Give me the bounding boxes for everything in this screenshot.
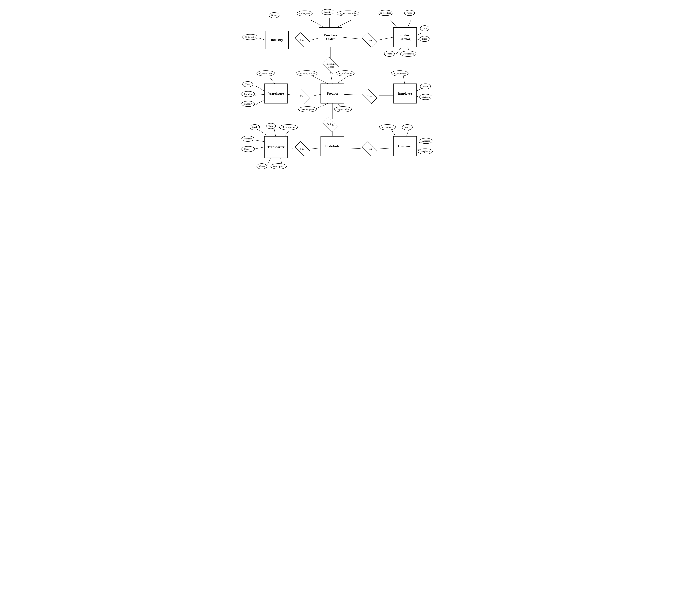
attr-trans-desc: Description xyxy=(271,163,287,169)
relationship-incoming-goods-label: Incoming Goods xyxy=(327,62,335,68)
entity-customer-label: Customer xyxy=(398,144,412,148)
svg-line-22 xyxy=(311,95,321,96)
entity-industry: Industry xyxy=(265,31,289,49)
svg-line-30 xyxy=(417,88,422,91)
svg-line-42 xyxy=(311,148,321,149)
svg-line-6 xyxy=(337,20,351,27)
attr-wh-capacity: Capacity xyxy=(242,101,255,107)
attr-wh-name: Name xyxy=(243,81,253,87)
entity-transporter: Transporter xyxy=(264,136,288,158)
relationship-incoming-goods: Incoming Goods xyxy=(321,59,341,72)
entity-product-catalog-label: Product Catalog xyxy=(399,33,411,41)
svg-line-39 xyxy=(268,158,271,165)
svg-line-18 xyxy=(256,86,264,91)
svg-line-20 xyxy=(255,100,264,105)
attr-trans-capacity: Capacity xyxy=(242,146,255,152)
relationship-has2-label: Has xyxy=(368,38,372,42)
entity-warehouse-label: Warehouse xyxy=(268,92,284,96)
entity-employee: Employee xyxy=(393,83,417,104)
relationship-has4-label: Has xyxy=(368,95,372,98)
entity-product-label: Product xyxy=(327,92,338,96)
svg-line-24 xyxy=(337,76,348,83)
attr-pc-id: Id_product xyxy=(378,10,393,16)
attr-emp-name: Name xyxy=(420,83,431,89)
relationship-doing-label: Doing xyxy=(327,123,334,126)
attr-prod-qtyrecv: Quantity_receive xyxy=(296,71,318,76)
attr-po-orderdate: Order_date xyxy=(297,10,312,16)
entity-distribute-label: Distribute xyxy=(325,144,339,148)
attr-trans-id: Id_transporter xyxy=(279,124,298,130)
attr-pc-price: Price xyxy=(420,36,430,42)
entity-warehouse: Warehouse xyxy=(264,83,288,104)
relationship-doing: Doing xyxy=(321,119,339,130)
attr-industry-name: Name xyxy=(269,12,279,18)
er-diagram: Industry Purchase Order Product Catalog … xyxy=(241,4,440,185)
attr-prod-qualgrade: Quality_grade xyxy=(298,106,317,112)
svg-line-4 xyxy=(310,20,324,27)
attr-cust-name: Name xyxy=(402,124,413,130)
relationship-has3: Has xyxy=(293,91,311,102)
entity-customer: Customer xyxy=(393,136,417,156)
entity-product-catalog: Product Catalog xyxy=(393,27,417,47)
svg-line-9 xyxy=(389,19,397,27)
entity-industry-label: Industry xyxy=(271,38,283,42)
attr-emp-division: Division xyxy=(419,94,432,100)
relationship-has4: Has xyxy=(360,91,379,102)
attr-cust-id: Id_customer xyxy=(379,124,396,130)
attr-pc-name: Name xyxy=(404,10,415,16)
svg-line-23 xyxy=(313,76,328,83)
entity-product: Product xyxy=(321,83,344,104)
relationship-has2: Has xyxy=(360,34,379,45)
attr-prod-idprod: Id_production xyxy=(336,71,354,76)
attr-prod-expdate: Expired_date xyxy=(334,106,352,112)
attr-industry-id: Id_industry xyxy=(243,34,258,40)
entity-distribute: Distribute xyxy=(321,136,344,156)
svg-line-19 xyxy=(255,95,264,95)
svg-line-8 xyxy=(379,37,393,40)
relationship-has6-label: Has xyxy=(368,148,372,151)
relationship-has1-label: Has xyxy=(300,38,304,42)
relationship-has5-label: Has xyxy=(300,148,304,151)
svg-line-11 xyxy=(417,33,422,35)
attr-emp-id: Id_employee xyxy=(391,71,408,76)
relationship-has3-label: Has xyxy=(300,95,304,98)
attr-trans-photo: Photo xyxy=(256,163,267,169)
entity-employee-label: Employee xyxy=(398,92,412,96)
attr-trans-merk: Merk xyxy=(250,124,260,130)
attr-wh-id: Id_warehouse xyxy=(256,71,275,76)
attr-pc-desc: Description xyxy=(400,51,416,57)
svg-line-10 xyxy=(408,19,411,27)
attr-po-quantity: Quantity xyxy=(321,9,334,15)
relationship-has5: Has xyxy=(293,143,311,154)
attr-trans-type: Type xyxy=(266,123,276,129)
entity-purchase-order-label: Purchase Order xyxy=(324,33,337,41)
svg-line-44 xyxy=(379,148,393,149)
attr-pc-photo: Photo xyxy=(384,51,395,57)
attr-wh-location: Location xyxy=(242,91,255,97)
entity-transporter-label: Transporter xyxy=(268,145,284,149)
attr-cust-tel: Telephone xyxy=(418,149,433,154)
svg-line-3 xyxy=(311,38,319,40)
attr-cust-addr: Address xyxy=(420,138,432,144)
entity-purchase-order: Purchase Order xyxy=(319,27,342,47)
svg-line-37 xyxy=(253,140,264,142)
attr-po-id: Id_purchase order xyxy=(337,10,359,16)
attr-trans-number: Number xyxy=(242,136,254,142)
relationship-has6: Has xyxy=(360,143,379,154)
attr-pc-unit: Unit xyxy=(420,25,429,31)
relationship-has1: Has xyxy=(293,34,311,45)
